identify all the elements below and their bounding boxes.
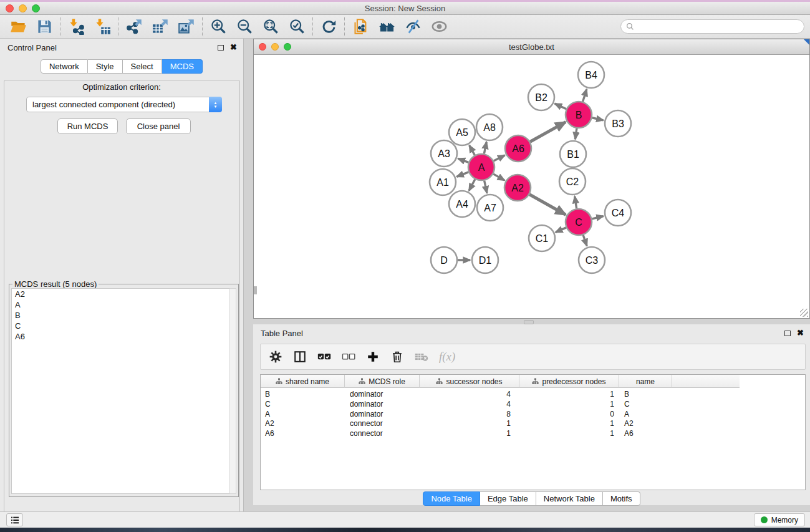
edge-B-B3[interactable] — [592, 118, 603, 120]
node-C3[interactable]: C3 — [579, 247, 605, 273]
edge-B-B4[interactable] — [583, 89, 587, 102]
float-table-panel-icon[interactable] — [784, 331, 791, 336]
run-mcds-button[interactable]: Run MCDS — [57, 118, 118, 134]
export-table-button[interactable] — [147, 16, 173, 37]
node-A8[interactable]: A8 — [476, 114, 503, 140]
cell-successor-nodes[interactable]: 4 — [420, 399, 519, 409]
table-row[interactable]: Adominator80A — [261, 409, 805, 419]
edge-A-A7[interactable] — [485, 181, 487, 193]
edge-A-A6[interactable] — [494, 155, 505, 161]
node-A1[interactable]: A1 — [430, 169, 456, 195]
show-all-button[interactable] — [426, 16, 452, 37]
refresh-button[interactable] — [316, 16, 342, 37]
cell-name[interactable]: B — [619, 389, 672, 399]
memory-button[interactable]: Memory — [754, 513, 805, 526]
node-B[interactable]: B — [566, 102, 592, 128]
result-scrollbar[interactable] — [229, 288, 236, 494]
node-A5[interactable]: A5 — [449, 119, 475, 145]
cell-predecessor-nodes[interactable]: 1 — [519, 428, 619, 438]
edge-C-C3[interactable] — [583, 235, 587, 246]
cell-successor-nodes[interactable]: 4 — [420, 389, 519, 399]
cell-shared-name[interactable]: A2 — [261, 418, 345, 428]
node-C2[interactable]: C2 — [559, 168, 586, 195]
close-table-panel-icon[interactable]: ✖ — [797, 330, 804, 336]
edge-A2-C[interactable] — [529, 195, 566, 215]
zoom-fit-button[interactable] — [258, 16, 284, 37]
cell-predecessor-nodes[interactable]: 0 — [519, 409, 619, 419]
edge-C-C4[interactable] — [592, 216, 603, 219]
node-A7[interactable]: A7 — [477, 195, 503, 221]
column-header-shared-name[interactable]: shared name — [261, 375, 345, 388]
clone-network-button[interactable] — [347, 16, 374, 37]
result-item[interactable]: A — [12, 299, 230, 310]
home-button[interactable] — [374, 16, 400, 37]
cell-MCDS-role[interactable]: connector — [345, 428, 420, 438]
node-table[interactable]: shared nameMCDS rolesuccessor nodesprede… — [260, 374, 806, 490]
table-row[interactable]: Bdominator41B — [261, 389, 805, 399]
cell-successor-nodes[interactable]: 1 — [420, 428, 519, 438]
edge-A-A4[interactable] — [469, 179, 475, 190]
node-D1[interactable]: D1 — [472, 247, 498, 273]
zoom-selected-button[interactable] — [284, 16, 310, 37]
tab-mcds[interactable]: MCDS — [162, 59, 203, 74]
node-A6[interactable]: A6 — [505, 135, 531, 162]
edge-B-B2[interactable] — [555, 104, 566, 109]
tab-style[interactable]: Style — [88, 59, 123, 74]
tab-edge-table[interactable]: Edge Table — [480, 491, 536, 506]
canvas-scrollbar-thumb[interactable] — [254, 286, 257, 294]
cell-name[interactable]: A6 — [619, 428, 672, 438]
resize-grip-icon[interactable] — [800, 309, 808, 317]
cell-shared-name[interactable]: A6 — [261, 428, 345, 438]
cell-predecessor-nodes[interactable]: 1 — [519, 399, 619, 409]
edge-A6-B[interactable] — [530, 122, 566, 142]
result-item[interactable]: B — [12, 310, 230, 321]
create-column-button[interactable] — [366, 347, 380, 366]
tab-node-table[interactable]: Node Table — [423, 491, 480, 506]
edge-A-A2[interactable] — [493, 174, 504, 180]
cell-MCDS-role[interactable]: dominator — [345, 389, 420, 399]
node-A[interactable]: A — [468, 154, 494, 180]
node-A2[interactable]: A2 — [504, 175, 531, 201]
cell-successor-nodes[interactable]: 8 — [420, 409, 519, 419]
close-panel-button[interactable]: Close panel — [126, 118, 191, 134]
save-session-button[interactable] — [31, 16, 57, 37]
cell-shared-name[interactable]: C — [261, 399, 345, 409]
cell-MCDS-role[interactable]: dominator — [345, 409, 420, 419]
cell-shared-name[interactable]: B — [261, 389, 345, 399]
tab-network[interactable]: Network — [41, 59, 88, 74]
export-image-button[interactable] — [173, 16, 200, 37]
column-header-name[interactable]: name — [619, 375, 672, 388]
cell-predecessor-nodes[interactable]: 1 — [519, 389, 619, 399]
tab-network-table[interactable]: Network Table — [536, 491, 603, 506]
float-panel-icon[interactable] — [218, 45, 224, 51]
result-item[interactable]: A6 — [12, 331, 230, 342]
table-row[interactable]: A2connector11A2 — [261, 418, 805, 428]
node-B1[interactable]: B1 — [560, 141, 586, 167]
open-session-button[interactable] — [5, 16, 31, 37]
result-item[interactable]: C — [12, 321, 230, 331]
edge-B-B1[interactable] — [575, 128, 576, 139]
column-header-successor-nodes[interactable]: successor nodes — [420, 375, 519, 388]
hide-selected-button[interactable] — [400, 16, 426, 37]
network-window-titlebar[interactable]: testGlobe.txt — [254, 39, 809, 55]
task-history-button[interactable] — [6, 513, 23, 526]
column-header-MCDS-role[interactable]: MCDS role — [345, 375, 420, 388]
edge-A-A3[interactable] — [458, 158, 469, 162]
table-row[interactable]: Cdominator41C — [261, 399, 805, 409]
edge-C-C2[interactable] — [575, 196, 577, 209]
column-header-predecessor-nodes[interactable]: predecessor nodes — [519, 375, 619, 388]
node-B4[interactable]: B4 — [578, 62, 604, 88]
optimization-criterion-select[interactable]: largest connected component (directed) ▲… — [26, 97, 222, 112]
cell-name[interactable]: C — [619, 399, 672, 409]
node-A4[interactable]: A4 — [449, 191, 475, 217]
column-settings-button[interactable] — [269, 347, 282, 366]
zoom-out-button[interactable] — [231, 16, 258, 37]
search-field[interactable] — [620, 19, 804, 34]
mcds-result-list[interactable]: A2ABCA6 — [11, 288, 231, 494]
split-divider-handle[interactable] — [524, 320, 534, 324]
cell-predecessor-nodes[interactable]: 1 — [519, 418, 619, 428]
node-B2[interactable]: B2 — [528, 84, 554, 110]
cell-successor-nodes[interactable]: 1 — [420, 418, 519, 428]
deselect-all-button[interactable] — [342, 347, 355, 366]
search-input[interactable] — [637, 22, 804, 31]
